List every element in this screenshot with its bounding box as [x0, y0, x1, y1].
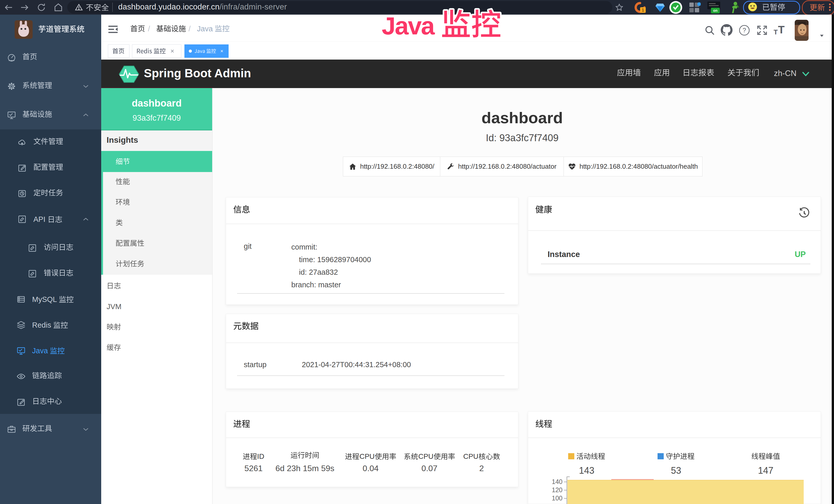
svg-text:1: 1	[642, 8, 644, 12]
svg-text:?: ?	[743, 27, 746, 33]
svg-text:on: on	[713, 8, 717, 13]
